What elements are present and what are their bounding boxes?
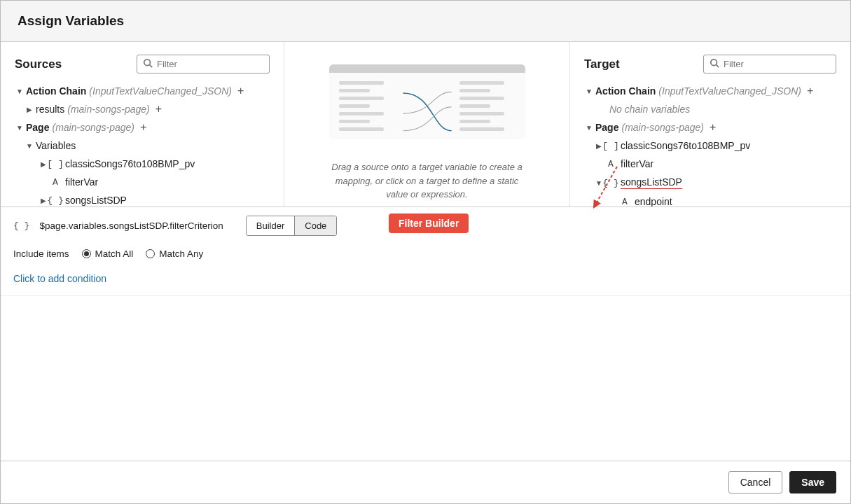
svg-line-1: [150, 65, 153, 68]
dialog-footer: Cancel Save: [1, 461, 850, 503]
target-filter[interactable]: [703, 55, 836, 74]
target-panel: Target ▼ Action Chain (InputTextValueCha…: [570, 42, 850, 206]
search-icon: [143, 58, 153, 70]
target-filter-input[interactable]: [724, 59, 841, 69]
tree-item-songslistsdp[interactable]: ▼ { } songsListSDP: [584, 173, 836, 192]
plus-icon[interactable]: +: [710, 122, 716, 133]
code-tab[interactable]: Code: [294, 216, 336, 235]
radio-unchecked-icon: [146, 249, 155, 258]
tree-item-results[interactable]: ▶ results (main-songs-page) +: [15, 100, 270, 118]
array-icon: [ ]: [50, 159, 61, 169]
add-condition-link[interactable]: Click to add condition: [13, 273, 838, 284]
svg-point-2: [711, 59, 717, 66]
string-icon: A: [50, 177, 61, 188]
object-icon: { }: [605, 178, 616, 188]
target-tree: ▼ Action Chain (InputTextValueChanged_JS…: [584, 82, 836, 206]
tree-item-classic-songs[interactable]: ▶ [ ] classicSongs76to108BMP_pv: [15, 155, 270, 173]
builder-tab[interactable]: Builder: [247, 216, 294, 235]
caret-right-icon[interactable]: ▶: [40, 160, 47, 168]
caret-right-icon[interactable]: ▶: [595, 142, 602, 150]
tree-item-action-chain[interactable]: ▼ Action Chain (InputTextValueChanged_JS…: [15, 82, 270, 100]
search-icon: [710, 58, 719, 70]
caret-down-icon[interactable]: ▼: [16, 88, 23, 95]
plus-icon[interactable]: +: [140, 122, 146, 133]
mapping-illustration: [329, 64, 525, 139]
array-icon: [ ]: [605, 141, 616, 151]
tree-item-page[interactable]: ▼ Page (main-songs-page) +: [584, 118, 836, 136]
sources-panel: Sources ▼ Action Chain (InputTextValueCh…: [1, 42, 284, 206]
tree-item-songslistsdp[interactable]: ▶ { } songsListSDP: [15, 191, 270, 206]
svg-line-3: [717, 65, 719, 68]
tree-item-classic-songs[interactable]: ▶ [ ] classicSongs76to108BMP_pv: [584, 136, 836, 155]
binding-path: $page.variables.songsListSDP.filterCrite…: [39, 220, 223, 231]
radio-checked-icon: [82, 249, 91, 258]
main-area: Sources ▼ Action Chain (InputTextValueCh…: [1, 42, 850, 206]
cancel-button[interactable]: Cancel: [728, 471, 783, 493]
match-any-radio[interactable]: Match Any: [146, 248, 203, 259]
builder-panel: { } $page.variables.songsListSDP.filterC…: [1, 206, 850, 296]
string-icon: A: [619, 197, 630, 207]
sources-title: Sources: [15, 57, 62, 71]
include-items-label: Include items: [13, 248, 69, 259]
view-toggle: Builder Code: [246, 216, 338, 236]
caret-down-icon[interactable]: ▼: [586, 88, 593, 95]
caret-down-icon[interactable]: ▼: [26, 142, 33, 150]
sources-filter-input[interactable]: [157, 59, 275, 69]
tree-item-endpoint[interactable]: A endpoint: [584, 192, 836, 206]
caret-down-icon[interactable]: ▼: [595, 179, 602, 187]
dialog-title: Assign Variables: [18, 13, 833, 29]
dialog-header: Assign Variables: [1, 1, 850, 42]
no-chain-variables: No chain variables: [584, 100, 836, 118]
tree-item-action-chain[interactable]: ▼ Action Chain (InputTextValueChanged_JS…: [584, 82, 836, 100]
save-button[interactable]: Save: [789, 471, 836, 493]
tree-item-page[interactable]: ▼ Page (main-songs-page) +: [15, 118, 270, 136]
string-icon: A: [605, 159, 616, 169]
object-icon: { }: [13, 220, 29, 231]
tree-item-filtervar[interactable]: A filterVar: [584, 155, 836, 173]
match-all-radio[interactable]: Match All: [82, 248, 134, 259]
caret-down-icon[interactable]: ▼: [586, 124, 593, 132]
plus-icon[interactable]: +: [237, 85, 244, 97]
sources-tree: ▼ Action Chain (InputTextValueChanged_JS…: [15, 82, 270, 206]
caret-down-icon[interactable]: ▼: [16, 124, 23, 132]
target-title: Target: [584, 57, 620, 71]
sources-filter[interactable]: [137, 55, 270, 74]
center-panel: Drag a source onto a target variable to …: [284, 42, 570, 206]
center-hint-1: Drag a source onto a target variable to …: [329, 160, 525, 202]
caret-right-icon[interactable]: ▶: [40, 197, 47, 204]
plus-icon[interactable]: +: [155, 104, 162, 115]
filter-builder-badge: Filter Builder: [389, 214, 469, 233]
object-icon: { }: [50, 195, 61, 206]
svg-point-0: [144, 59, 151, 66]
plus-icon[interactable]: +: [807, 85, 813, 97]
tree-item-variables[interactable]: ▼ Variables: [15, 136, 270, 155]
tree-item-filtervar[interactable]: A filterVar: [15, 173, 270, 191]
caret-right-icon[interactable]: ▶: [26, 106, 33, 113]
